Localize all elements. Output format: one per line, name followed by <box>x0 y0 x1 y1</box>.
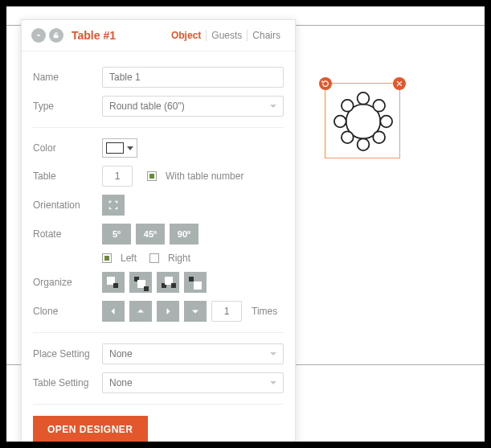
round-table-icon <box>330 88 396 154</box>
clone-count-input[interactable] <box>211 301 242 322</box>
tab-chairs[interactable]: Chairs <box>247 30 285 41</box>
name-input[interactable] <box>102 67 284 88</box>
canvas-selected-object[interactable] <box>325 83 400 158</box>
tab-object[interactable]: Object <box>166 30 206 41</box>
label-organize: Organize <box>33 277 102 288</box>
table-setting-select[interactable]: None <box>102 372 284 393</box>
tab-guests[interactable]: Guests <box>206 30 247 41</box>
rotate-45-button[interactable]: 45º <box>136 224 165 245</box>
clone-right-button[interactable] <box>157 301 179 322</box>
label-clone: Clone <box>33 306 102 317</box>
rotate-right-label: Right <box>168 253 190 264</box>
with-table-number-label: With table number <box>166 171 243 182</box>
with-table-number-checkbox[interactable] <box>147 171 157 181</box>
place-setting-select[interactable]: None <box>102 343 284 364</box>
clone-up-button[interactable] <box>129 301 152 322</box>
svg-point-8 <box>373 131 385 143</box>
table-number-input[interactable] <box>102 166 133 187</box>
rotate-5-button[interactable]: 5º <box>102 224 131 245</box>
collapse-icon[interactable] <box>31 28 46 43</box>
rotate-90-button[interactable]: 90º <box>170 224 198 245</box>
svg-point-6 <box>373 100 385 112</box>
send-to-back-button[interactable] <box>102 272 125 293</box>
label-orientation: Orientation <box>33 199 102 211</box>
color-picker[interactable] <box>102 138 137 158</box>
bring-to-front-button[interactable] <box>184 272 207 293</box>
label-type: Type <box>33 101 102 112</box>
bring-forward-button[interactable] <box>157 272 179 293</box>
clone-times-label: Times <box>252 306 277 317</box>
rotate-right-checkbox[interactable] <box>149 253 159 263</box>
clone-down-button[interactable] <box>184 301 207 322</box>
send-backward-button[interactable] <box>129 272 152 293</box>
svg-point-3 <box>334 116 346 128</box>
orientation-expand-button[interactable] <box>102 195 125 216</box>
label-color: Color <box>33 142 102 154</box>
label-table: Table <box>33 171 102 182</box>
svg-point-4 <box>380 116 392 128</box>
label-rotate: Rotate <box>33 228 102 240</box>
label-name: Name <box>33 72 102 83</box>
open-designer-button[interactable]: OPEN DESIGNER <box>33 416 148 443</box>
svg-point-2 <box>358 138 370 150</box>
rotate-left-label: Left <box>121 253 137 264</box>
panel-title: Table #1 <box>72 29 116 42</box>
svg-point-1 <box>358 92 370 105</box>
clone-left-button[interactable] <box>102 301 125 322</box>
lock-icon[interactable] <box>49 28 63 43</box>
type-select[interactable]: Round table (60") <box>102 96 284 117</box>
label-table-setting: Table Setting <box>33 377 102 388</box>
rotate-left-checkbox[interactable] <box>102 253 112 263</box>
object-properties-panel: Table #1 Object Guests Chairs Name Type … <box>21 19 296 448</box>
label-place-setting: Place Setting <box>33 348 102 360</box>
svg-point-7 <box>342 131 354 143</box>
svg-point-5 <box>342 100 354 112</box>
